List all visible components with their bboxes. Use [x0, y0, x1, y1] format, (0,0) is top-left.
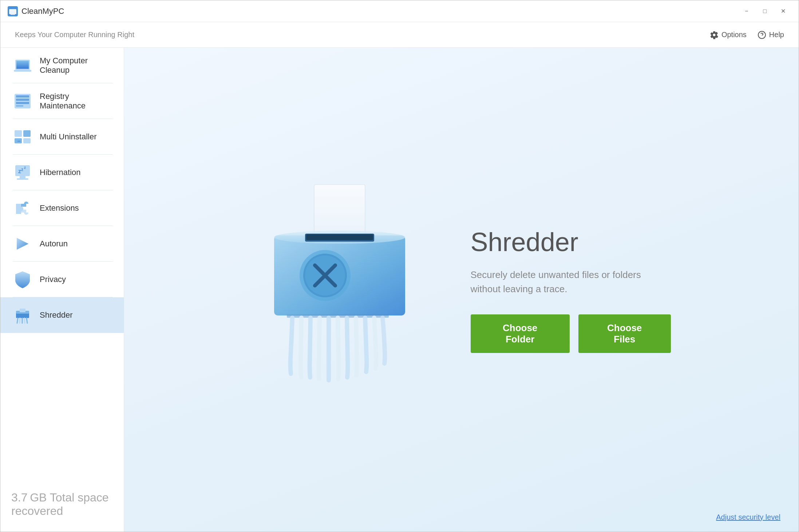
sidebar-footer: 3.7 GB Total space recovered	[0, 484, 124, 525]
svg-rect-14	[23, 130, 31, 137]
storage-info: 3.7 GB Total space recovered	[11, 491, 113, 518]
uninstaller-icon	[13, 127, 32, 147]
sidebar-item-label: My Computer Cleanup	[40, 56, 113, 75]
app-icon	[8, 6, 18, 16]
help-icon	[758, 31, 766, 39]
adjust-security-link[interactable]: Adjust security level	[716, 513, 780, 521]
sidebar-nav: My Computer Cleanup Registry Maintenance	[0, 48, 124, 484]
sidebar-item-label: Autorun	[40, 239, 68, 249]
headerbar: Keeps Your Computer Running Right Option…	[0, 22, 799, 48]
laptop-icon	[13, 56, 32, 75]
titlebar-left: CleanMyPC	[8, 6, 64, 16]
svg-rect-13	[15, 130, 22, 137]
sidebar-item-shredder[interactable]: Shredder	[0, 297, 124, 333]
extensions-icon	[13, 198, 32, 218]
svg-rect-16	[23, 138, 31, 143]
action-buttons: Choose Folder Choose Files	[471, 314, 671, 353]
autorun-icon	[13, 234, 32, 254]
sidebar-item-autorun[interactable]: Autorun	[0, 226, 124, 262]
registry-icon	[13, 91, 32, 111]
feature-description: Securely delete unwanted files or folder…	[471, 268, 671, 296]
storage-value: 3.7	[11, 491, 27, 504]
titlebar: CleanMyPC − □ ✕	[0, 0, 799, 22]
window-controls: − □ ✕	[738, 5, 791, 17]
options-label: Options	[721, 31, 747, 39]
content-area: Shredder Securely delete unwanted files …	[124, 48, 799, 532]
shredder-svg	[252, 181, 427, 399]
shredder-illustration	[252, 181, 427, 399]
svg-text:z: z	[18, 168, 21, 174]
svg-text:z: z	[21, 167, 23, 172]
sidebar-item-my-computer-cleanup[interactable]: My Computer Cleanup	[0, 48, 124, 83]
svg-line-33	[27, 318, 27, 323]
sidebar-item-privacy[interactable]: Privacy	[0, 262, 124, 297]
shredder-sidebar-icon	[13, 305, 32, 325]
shredder-info-panel: Shredder Securely delete unwanted files …	[471, 227, 671, 353]
close-button[interactable]: ✕	[775, 5, 791, 17]
privacy-icon	[13, 270, 32, 289]
sidebar-item-label: Multi Uninstaller	[40, 132, 97, 142]
help-button[interactable]: Help	[758, 31, 784, 39]
choose-files-button[interactable]: Choose Files	[578, 314, 671, 353]
content-inner: Shredder Securely delete unwanted files …	[146, 181, 777, 399]
sidebar-item-label: Privacy	[40, 275, 66, 284]
sidebar-item-multi-uninstaller[interactable]: Multi Uninstaller	[0, 119, 124, 155]
svg-rect-20	[17, 178, 28, 180]
svg-marker-25	[17, 238, 28, 250]
main-layout: My Computer Cleanup Registry Maintenance	[0, 48, 799, 532]
sidebar-item-label: Extensions	[40, 203, 79, 213]
options-button[interactable]: Options	[710, 31, 747, 39]
svg-text:z: z	[24, 166, 26, 170]
svg-rect-11	[16, 102, 29, 104]
sidebar-item-hibernation[interactable]: z z z Hibernation	[0, 155, 124, 190]
content-footer: Adjust security level	[716, 513, 780, 521]
svg-rect-10	[16, 99, 29, 101]
sidebar-item-label: Hibernation	[40, 168, 81, 177]
svg-line-32	[24, 318, 25, 323]
svg-rect-12	[16, 105, 23, 107]
help-label: Help	[769, 31, 784, 39]
svg-rect-38	[306, 234, 373, 240]
header-actions: Options Help	[710, 31, 784, 39]
sidebar-item-registry-maintenance[interactable]: Registry Maintenance	[0, 83, 124, 119]
choose-folder-button[interactable]: Choose Folder	[471, 314, 570, 353]
svg-rect-1	[9, 9, 16, 14]
sidebar-item-label: Shredder	[40, 310, 73, 320]
svg-rect-28	[20, 309, 25, 312]
app-title: CleanMyPC	[21, 7, 64, 16]
svg-rect-9	[16, 95, 29, 98]
hibernation-icon: z z z	[13, 163, 32, 182]
feature-title: Shredder	[471, 227, 671, 257]
sidebar: My Computer Cleanup Registry Maintenance	[0, 48, 124, 532]
maximize-button[interactable]: □	[756, 5, 773, 17]
svg-rect-2	[11, 14, 15, 15]
svg-line-30	[20, 318, 20, 323]
svg-rect-7	[14, 70, 31, 72]
app-subtitle: Keeps Your Computer Running Right	[15, 31, 134, 39]
sidebar-item-extensions[interactable]: Extensions	[0, 190, 124, 226]
sidebar-item-label: Registry Maintenance	[40, 92, 113, 111]
gear-icon	[710, 31, 719, 39]
svg-rect-19	[20, 176, 25, 178]
minimize-button[interactable]: −	[738, 5, 755, 17]
svg-rect-6	[16, 61, 29, 69]
svg-line-29	[17, 318, 18, 323]
